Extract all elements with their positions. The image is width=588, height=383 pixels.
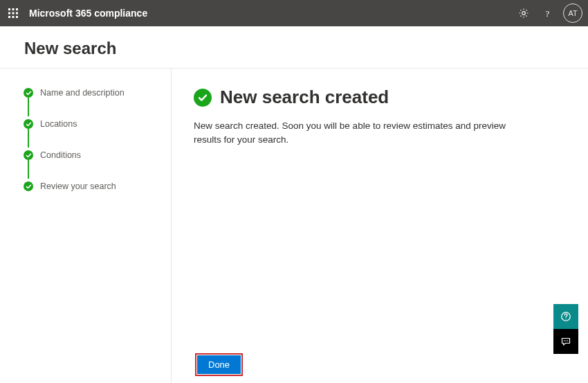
svg-point-9 <box>522 12 526 15</box>
checkmark-icon <box>24 88 33 98</box>
floating-help-button[interactable] <box>553 304 578 329</box>
app-launcher-icon[interactable] <box>4 4 22 22</box>
success-icon <box>194 89 212 107</box>
step-name-and-description[interactable]: Name and description <box>24 85 160 100</box>
page-title: New search <box>0 26 588 68</box>
content-area: Name and description Locations Condition… <box>0 68 588 383</box>
svg-rect-0 <box>8 8 10 10</box>
svg-rect-3 <box>8 12 10 15</box>
svg-point-13 <box>564 340 564 341</box>
avatar[interactable]: AT <box>563 3 582 23</box>
done-button[interactable]: Done <box>197 355 241 374</box>
svg-rect-5 <box>16 12 18 15</box>
step-label: Locations <box>40 119 77 129</box>
step-label: Conditions <box>40 150 81 160</box>
checkmark-icon <box>24 181 33 191</box>
step-review-your-search[interactable]: Review your search <box>24 179 160 194</box>
brand-title: Microsoft 365 compliance <box>29 8 147 19</box>
footer: Done <box>0 345 588 383</box>
svg-text:?: ? <box>545 8 549 19</box>
svg-rect-4 <box>12 12 15 15</box>
wizard-steps-sidebar: Name and description Locations Condition… <box>0 69 172 383</box>
svg-point-14 <box>565 340 566 341</box>
checkmark-icon <box>24 119 33 129</box>
svg-rect-2 <box>16 8 18 10</box>
floating-actions <box>553 304 578 354</box>
gear-icon[interactable] <box>513 3 534 24</box>
result-body: New search created. Soon you will be abl… <box>194 119 526 146</box>
top-bar: Microsoft 365 compliance ? AT <box>0 0 588 26</box>
svg-rect-1 <box>12 8 15 10</box>
svg-rect-7 <box>12 16 15 18</box>
step-conditions[interactable]: Conditions <box>24 148 160 163</box>
step-label: Review your search <box>40 181 116 191</box>
step-label: Name and description <box>40 88 125 98</box>
svg-rect-6 <box>8 16 10 18</box>
avatar-initials: AT <box>568 9 577 17</box>
result-title: New search created <box>220 87 389 108</box>
help-icon[interactable]: ? <box>537 3 558 24</box>
done-highlight: Done <box>195 353 243 376</box>
floating-feedback-button[interactable] <box>553 329 578 354</box>
svg-rect-8 <box>16 16 18 18</box>
svg-point-15 <box>567 340 568 341</box>
svg-point-12 <box>565 319 566 319</box>
step-locations[interactable]: Locations <box>24 116 160 132</box>
main-panel: New search created New search created. S… <box>172 69 588 383</box>
checkmark-icon <box>24 150 33 160</box>
